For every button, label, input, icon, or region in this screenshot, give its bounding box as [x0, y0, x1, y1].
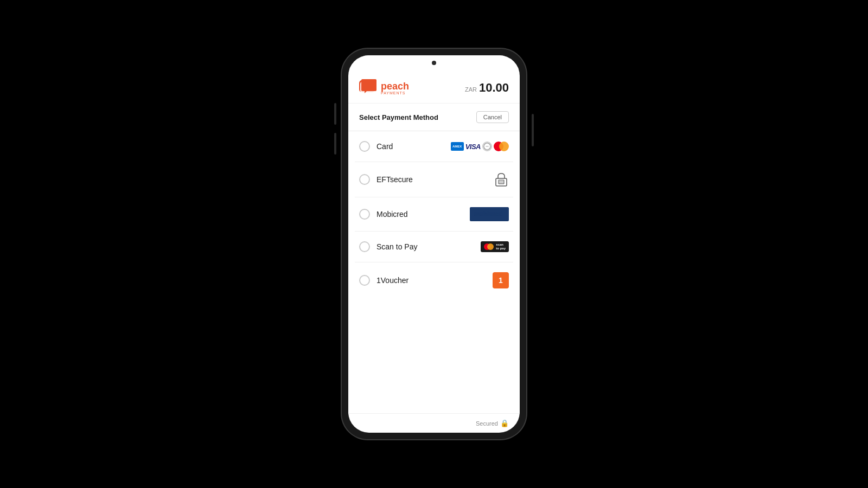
sub-header: Select Payment Method Cancel: [348, 104, 520, 131]
payment-item-1voucher[interactable]: 1Voucher 1: [355, 262, 513, 298]
radio-1voucher[interactable]: [359, 275, 370, 286]
payment-item-mobicred-left: Mobicred: [359, 209, 408, 220]
svg-rect-6: [499, 181, 504, 184]
camera-dot: [432, 61, 436, 65]
volume-up-button: [334, 103, 336, 125]
sub-header-title: Select Payment Method: [359, 113, 438, 121]
svg-text:mobicred: mobicred: [474, 210, 503, 217]
radio-card[interactable]: [359, 141, 370, 152]
phone-shell: peach payments ZAR 10.00 Select Payment …: [342, 49, 526, 439]
volume-down-button: [334, 133, 336, 155]
amount-value: 10.00: [479, 81, 509, 95]
amex-logo: AMEX: [451, 142, 464, 151]
mastercard-logo: [494, 142, 509, 151]
currency-label: ZAR: [465, 86, 477, 93]
cancel-button[interactable]: Cancel: [476, 111, 509, 123]
app-footer: Secured 🔒: [348, 413, 520, 433]
peach-logo: peach payments: [359, 79, 409, 97]
mobicred-label: Mobicred: [376, 210, 408, 219]
peach-logo-icon: [359, 79, 379, 97]
payment-item-1voucher-left: 1Voucher: [359, 275, 409, 286]
eftsecure-label: EFTsecure: [376, 175, 413, 184]
radio-mobicred[interactable]: [359, 209, 370, 220]
diners-logo: [482, 142, 492, 151]
card-logos: AMEX VISA: [451, 142, 509, 151]
mobicred-logo: mobicred mobicred: [470, 207, 509, 221]
payment-item-card-left: Card: [359, 141, 393, 152]
payment-item-card[interactable]: Card AMEX VISA: [355, 131, 513, 162]
visa-logo: VISA: [465, 143, 481, 151]
power-button: [532, 114, 534, 146]
phone-notch: [348, 55, 520, 70]
footer-lock-icon: 🔒: [500, 419, 509, 427]
payment-item-eftsecure-left: EFTsecure: [359, 174, 413, 185]
logo-payments-word: payments: [381, 91, 409, 95]
eft-lock-icon: [494, 172, 509, 187]
scan-to-pay-label: Scan to Pay: [376, 242, 418, 251]
payment-item-scan-to-pay[interactable]: Scan to Pay scanto pay: [355, 232, 513, 262]
app-header: peach payments ZAR 10.00: [348, 70, 520, 104]
card-label: Card: [376, 142, 393, 151]
payment-methods-list: Card AMEX VISA: [348, 131, 520, 413]
payment-item-mobicred[interactable]: Mobicred mobicred mobicred: [355, 197, 513, 232]
app-content: peach payments ZAR 10.00 Select Payment …: [348, 70, 520, 433]
phone-screen: peach payments ZAR 10.00 Select Payment …: [348, 55, 520, 433]
secured-text: Secured: [476, 420, 498, 427]
payment-item-scan-left: Scan to Pay: [359, 241, 418, 252]
logo-peach-word: peach: [381, 81, 409, 91]
payment-item-eftsecure[interactable]: EFTsecure: [355, 162, 513, 197]
1voucher-logo: 1: [493, 272, 509, 288]
logo-text: peach payments: [381, 81, 409, 95]
radio-eftsecure[interactable]: [359, 174, 370, 185]
radio-scan-to-pay[interactable]: [359, 241, 370, 252]
1voucher-label: 1Voucher: [376, 276, 409, 285]
header-amount: ZAR 10.00: [465, 81, 509, 95]
scan-to-pay-logo: scanto pay: [481, 241, 509, 252]
